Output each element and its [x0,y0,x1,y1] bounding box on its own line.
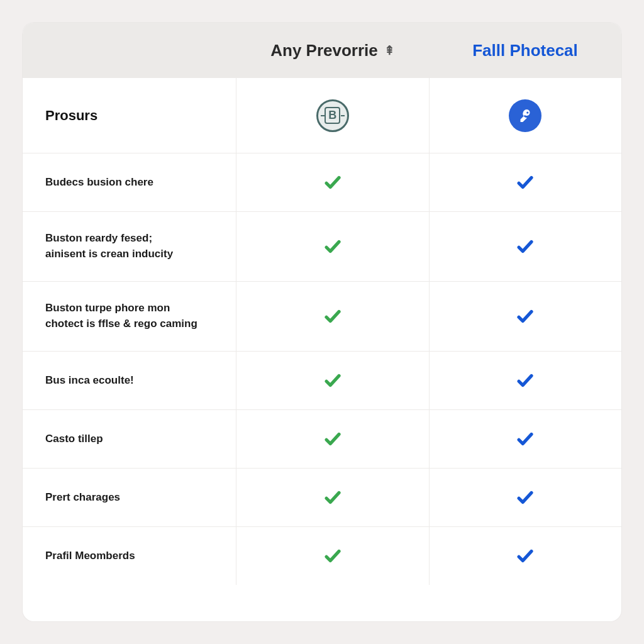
plan-b-cell [430,527,622,585]
feature-label: Prafil Meomberds [23,527,236,585]
table-header-row: Any Prevorrie ⇞ Falll Photecal [23,23,621,78]
table-row: Casto tillep [23,410,621,469]
check-icon [516,488,535,507]
plan-a-cell [236,410,430,468]
plan-b-header: Falll Photecal [429,41,621,60]
plan-a-header: Any Prevorrie ⇞ [236,41,429,60]
check-icon [323,547,342,565]
section-header-row: Prosurs [23,78,621,153]
plan-a-cell [236,212,430,281]
check-icon [516,173,535,192]
check-icon [323,307,342,326]
plan-b-cell [430,410,622,468]
feature-label: Prert charages [23,469,236,526]
check-icon [323,173,342,192]
plan-b-title: Falll Photecal [472,41,578,60]
bank-badge-icon [316,99,349,132]
section-label: Prosurs [23,78,236,153]
table-row: Budecs busion chere [23,153,621,212]
check-icon [323,488,342,507]
feature-label: Buston turpe phore mon chotect is fflse … [23,282,236,351]
table-row: Prafil Meomberds [23,527,621,585]
plan-b-cell [430,153,622,211]
table-row: Bus inca ecoulte! [23,352,621,410]
plan-a-cell [236,282,430,351]
key-badge-icon [509,99,541,132]
check-icon [323,371,342,390]
comparison-table: Any Prevorrie ⇞ Falll Photecal Prosurs B… [23,23,621,621]
plan-b-cell [430,469,622,526]
plan-b-cell [430,282,622,351]
check-icon [323,237,342,256]
plan-a-icon-cell [236,78,430,153]
table-row: Buston turpe phore mon chotect is fflse … [23,282,621,352]
plan-b-cell [430,352,622,409]
plan-b-icon-cell [430,78,622,153]
check-icon [323,430,342,448]
check-icon [516,371,535,390]
svg-point-0 [526,111,528,113]
feature-label: Budecs busion chere [23,153,236,211]
plan-a-title: Any Prevorrie [270,41,378,60]
check-icon [516,430,535,448]
feature-label: Bus inca ecoulte! [23,352,236,409]
table-row: Prert charages [23,469,621,527]
plan-a-cell [236,527,430,585]
check-icon [516,237,535,256]
sort-icon: ⇞ [384,43,395,58]
check-icon [516,547,535,565]
plan-a-cell [236,153,430,211]
feature-label: Buston reardy fesed; ainisent is crean i… [23,212,236,281]
table-row: Buston reardy fesed; ainisent is crean i… [23,212,621,282]
plan-a-cell [236,352,430,409]
plan-a-cell [236,469,430,526]
plan-b-cell [430,212,622,281]
feature-label: Casto tillep [23,410,236,468]
check-icon [516,307,535,326]
